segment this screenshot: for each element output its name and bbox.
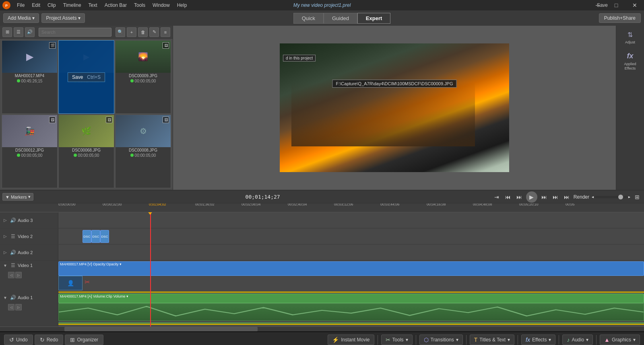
mode-quick-button[interactable]: Quick <box>293 13 324 24</box>
view-list-button[interactable]: ☰ <box>14 27 23 37</box>
graphics-button[interactable]: ▲ Graphics ▾ <box>600 335 640 345</box>
delete-asset-button[interactable]: 🗑 <box>138 27 148 37</box>
timeline-scrollbar[interactable] <box>0 327 644 331</box>
zoom-track[interactable] <box>595 196 627 198</box>
scrollbar-thumb[interactable] <box>64 327 258 331</box>
maximize-button[interactable]: □ <box>607 0 625 10</box>
view-detail-button[interactable]: 🔊 <box>25 27 35 37</box>
track-content-audio2[interactable] <box>58 244 644 260</box>
mode-guided-button[interactable]: Guided <box>324 13 357 24</box>
main-video-clip[interactable]: MAH00017.MP4 [V] Opacity:Opacity ▾ <box>58 261 644 276</box>
zoom-out-icon[interactable]: ▸ <box>628 195 630 199</box>
minimize-button[interactable]: ─ <box>588 0 607 10</box>
project-assets-button[interactable]: Project Assets ▾ <box>41 13 85 23</box>
track-expand-button[interactable]: ▷ <box>2 250 8 255</box>
save-label: Save <box>72 74 83 80</box>
menu-timeline[interactable]: Timeline <box>60 2 85 9</box>
menu-text[interactable]: Text <box>85 2 101 9</box>
close-button[interactable]: ✕ <box>625 0 644 10</box>
asset-thumbnail: 🎬 ▶ <box>2 41 57 73</box>
asset-item[interactable]: 🎬 ▶ MAH00017.MP4 00:45:26;15 <box>2 40 58 114</box>
view-grid-button[interactable]: ⊞ <box>2 27 12 37</box>
effects-button[interactable]: fx Effects ▾ <box>521 335 555 345</box>
asset-item[interactable]: ▶ Save Ctrl+S MAH00008.MP4 00:01:46;15 <box>58 40 114 114</box>
step-forward-button[interactable]: ⏭ <box>540 193 549 201</box>
timeline-header-left: ▼ Markers ▾ <box>2 193 33 201</box>
asset-item[interactable]: 🖼 🌄 DSC00009.JPG 00:00:05;00 <box>115 40 171 114</box>
zoom-in-icon[interactable]: ◂ <box>592 195 594 199</box>
transitions-button[interactable]: ⬡ Transitions ▾ <box>419 335 463 345</box>
audio-chevron: ▾ <box>586 337 588 343</box>
transitions-label: Transitions <box>431 337 454 343</box>
audio-icon: ♪ <box>567 337 570 343</box>
asset-name: MAH00017.MP4 <box>2 73 57 79</box>
track-expand-button[interactable]: ▷ <box>2 218 8 223</box>
add-media-button[interactable]: Add Media ▾ <box>3 13 39 23</box>
track-expand-button[interactable]: ▼ <box>2 263 8 268</box>
menu-help[interactable]: Help <box>174 2 190 9</box>
more-options-button[interactable]: ≡ <box>161 27 170 37</box>
clip-dsc1[interactable]: DSC <box>83 230 91 243</box>
add-asset-button[interactable]: + <box>127 27 136 37</box>
asset-item[interactable]: 🖼 🌿 DSC00068.JPG 00:00:05;00 <box>58 115 114 188</box>
organizer-button[interactable]: ⊞ Organizer <box>65 335 103 345</box>
menu-file[interactable]: File <box>14 2 28 9</box>
track-sub-fwd[interactable]: ▷ <box>15 272 22 278</box>
track-expand-button[interactable]: ▷ <box>2 234 8 239</box>
markers-label: Markers <box>11 195 27 199</box>
search-input[interactable] <box>39 28 111 37</box>
track-content-video2[interactable]: DSC DSC DSC <box>58 228 644 244</box>
track-content-audio1[interactable]: MAH00017.MP4 [A] Volume:Clip Volume ▾ <box>58 293 644 325</box>
effects-chevron: ▾ <box>549 337 551 343</box>
go-to-in-button[interactable]: ⏮ <box>504 193 512 201</box>
track-expand-button[interactable]: ▼ <box>2 295 8 300</box>
track-content-narration[interactable] <box>58 325 644 327</box>
undo-button[interactable]: ↺ Undo <box>4 335 33 345</box>
clip-dsc3[interactable]: DSC <box>100 230 109 243</box>
search-button[interactable]: 🔍 <box>116 27 125 37</box>
track-row: ▷ 🔊 Audio 3 <box>0 212 644 228</box>
main-audio-clip[interactable]: MAH00017.MP4 [A] Volume:Clip Volume ▾ <box>58 294 644 303</box>
in-out-button[interactable]: ⇥ <box>492 193 501 201</box>
track-sub-back[interactable]: ◁ <box>8 304 14 310</box>
track-row: ▼ ☰ Video 1 ◁ ▷ MAH00017.MP4 [V] Opacity… <box>0 261 644 293</box>
instant-movie-button[interactable]: ⚡ Instant Movie <box>328 335 374 345</box>
redo-button[interactable]: ↻ Redo <box>35 335 64 345</box>
go-to-out-button[interactable]: ⏭ <box>551 193 560 201</box>
timeline-area: ▼ Markers ▾ 00;01;14;27 ⇥ ⏮ ⏭ ▶ ⏭ ⏭ ⏭ Re… <box>0 190 644 331</box>
mode-buttons: Quick Guided Expert <box>293 13 391 24</box>
titles-text-button[interactable]: T Titles & Text ▾ <box>470 335 514 345</box>
step-back-button[interactable]: ⏭ <box>515 193 524 201</box>
menu-clip[interactable]: Clip <box>44 2 59 9</box>
track-sub-fwd[interactable]: ▷ <box>15 304 22 310</box>
instant-movie-label: Instant Movie <box>341 337 369 343</box>
edit-asset-button[interactable]: ✎ <box>149 27 159 37</box>
track-sub-controls: ◁ ▷ <box>8 304 22 310</box>
menu-window[interactable]: Window <box>149 2 173 9</box>
audio-button[interactable]: ♪ Audio ▾ <box>562 335 593 345</box>
timeline-settings-button[interactable]: ⊞ <box>633 193 642 201</box>
publish-share-button[interactable]: Publish+Share <box>599 13 641 23</box>
menu-actionbar[interactable]: Action Bar <box>101 2 130 9</box>
track-sub-back[interactable]: ◁ <box>8 272 14 278</box>
tools-button[interactable]: ✂ Tools ▾ <box>381 335 413 345</box>
main-area: ⊞ ☰ 🔊 🔍 + 🗑 ✎ ≡ 🎬 ▶ MAH00017.MP4 00:45:2… <box>0 26 644 190</box>
play-button[interactable]: ▶ <box>526 191 537 203</box>
adjust-button[interactable]: ⇅ Adjust <box>619 29 642 47</box>
mode-expert-button[interactable]: Expert <box>357 13 390 24</box>
end-button[interactable]: ⏭ <box>562 193 571 201</box>
asset-item[interactable]: 🖼 ⚙ DSC00008.JPG 00:00:05;00 <box>115 115 171 188</box>
asset-status-dot <box>74 154 77 157</box>
track-content-audio3[interactable] <box>58 212 644 228</box>
markers-dropdown[interactable]: ▼ Markers ▾ <box>2 193 33 201</box>
menu-tools[interactable]: Tools <box>131 2 149 9</box>
preview-tooltip: d in this project <box>283 55 316 62</box>
menu-edit[interactable]: Edit <box>29 2 43 9</box>
asset-item[interactable]: 🖼 🚂 DSC00012.JPG 00:00:05;00 <box>2 115 58 188</box>
applied-effects-button[interactable]: fx Applied Effects <box>619 50 642 73</box>
graphics-icon: ▲ <box>604 337 610 343</box>
clip-dsc2[interactable]: DSC <box>91 230 100 243</box>
timeline-controls: ⇥ ⏮ ⏭ ▶ ⏭ ⏭ ⏭ <box>492 191 571 203</box>
organizer-label: Organizer <box>77 337 98 343</box>
track-content-video1[interactable]: MAH00017.MP4 [V] Opacity:Opacity ▾ 👤 ✂ <box>58 261 644 293</box>
